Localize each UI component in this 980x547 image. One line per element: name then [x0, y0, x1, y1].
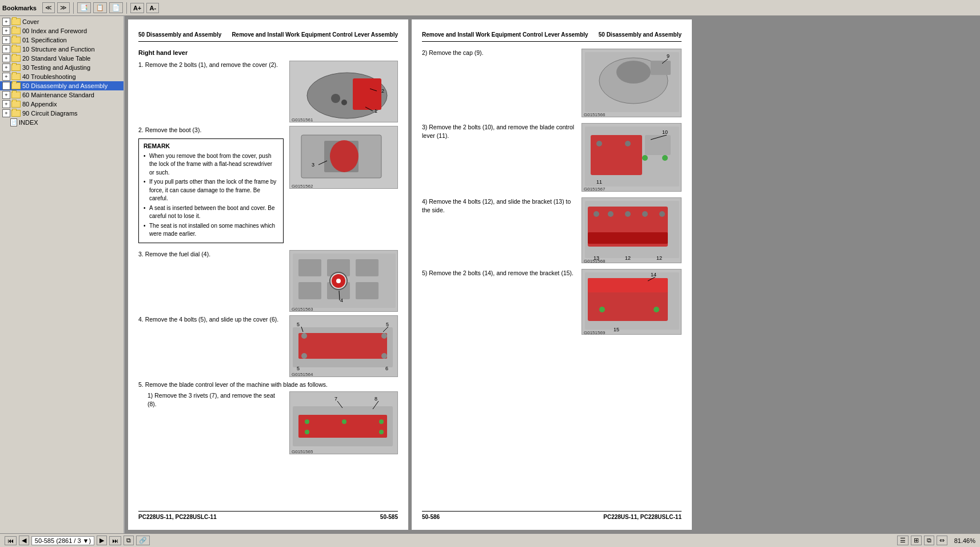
folder-icon-50 — [11, 82, 21, 89]
nav-last-btn[interactable]: ⏭ — [109, 536, 121, 545]
step-3-text: Remove the fuel dial (4). — [145, 251, 210, 257]
main-area: + Cover + 00 Index and Foreword + 01 Spe… — [0, 16, 980, 533]
svg-text:G0151568: G0151568 — [584, 259, 605, 263]
figure-svg-5: 7 8 G0151565 — [290, 392, 398, 454]
svg-point-97 — [599, 307, 605, 312]
svg-rect-62 — [651, 61, 671, 75]
left-header-right: Remove and Install Work Equipment Contro… — [232, 31, 398, 39]
bookmark-move-btn[interactable]: 📄 — [109, 2, 123, 13]
figure-g0151561: 2 1 G0151561 — [289, 61, 398, 122]
step-1: 1. Remove the 2 bolts (1), and remove th… — [138, 61, 398, 122]
right-page-footer: 50-586 PC228US-11, PC228USLC-11 — [422, 511, 682, 522]
share-btn[interactable]: 🔗 — [136, 536, 150, 545]
svg-point-61 — [616, 61, 651, 84]
nav-first-btn[interactable]: ⏮ — [5, 536, 17, 545]
nav-collapse-btn[interactable]: ≫ — [57, 2, 70, 13]
font-increase-btn[interactable]: A+ — [130, 3, 144, 13]
expander-01[interactable]: + — [2, 36, 10, 44]
expander-10[interactable]: + — [2, 45, 10, 53]
figure-svg-8: 13 12 12 G0151568 — [582, 198, 682, 263]
sidebar-label-01: 01 Specification — [22, 37, 67, 43]
expander-cover[interactable]: + — [2, 18, 10, 26]
svg-rect-69 — [645, 135, 671, 155]
svg-rect-19 — [298, 259, 321, 276]
right-footer-right: PC228US-11, PC228USLC-11 — [603, 513, 682, 522]
sidebar-item-60[interactable]: + 60 Maintenance Standard — [0, 90, 124, 100]
svg-point-27 — [336, 279, 341, 283]
expander-40[interactable]: + — [2, 73, 10, 81]
bookmark-remove-btn[interactable]: 📋 — [93, 2, 107, 13]
left-page: 50 Disassembly and Assembly Remove and I… — [128, 19, 408, 530]
page-display-input[interactable] — [31, 536, 94, 545]
bookmark-add-btn[interactable]: 📑 — [77, 2, 91, 13]
sidebar-tree: + Cover + 00 Index and Foreword + 01 Spe… — [0, 16, 124, 533]
right-step-4: 4) Remove the 4 bolts (12), and slide th… — [422, 197, 682, 263]
step-4-num: 4. — [138, 316, 144, 323]
svg-text:G0151569: G0151569 — [584, 330, 605, 335]
folder-icon-01 — [11, 37, 21, 43]
svg-text:9: 9 — [667, 53, 670, 59]
expander-90[interactable]: + — [2, 109, 10, 117]
left-page-footer: PC228US-11, PC228USLC-11 50-585 — [138, 511, 398, 522]
sidebar-item-10[interactable]: + 10 Structure and Function — [0, 45, 124, 54]
nav-prev-btn[interactable]: ◀ — [19, 536, 29, 545]
sidebar-item-50[interactable]: − 50 Disassembly and Assembly — [0, 81, 124, 90]
folder-icon-00 — [11, 27, 21, 34]
sidebar-item-cover[interactable]: + Cover — [0, 17, 124, 26]
svg-point-51 — [305, 430, 309, 434]
copy-page-btn[interactable]: ⧉ — [124, 536, 134, 545]
sidebar-label-30: 30 Testing and Adjusting — [22, 64, 90, 71]
svg-point-83 — [625, 211, 631, 217]
sidebar-item-40[interactable]: + 40 Troubleshooting — [0, 72, 124, 81]
view-split-btn[interactable]: ⧉ — [924, 536, 934, 545]
view-fit-btn[interactable]: ⇔ — [937, 536, 947, 545]
sidebar-label-50: 50 Disassembly and Assembly — [22, 82, 107, 89]
figure-svg-6: 9 G0151566 — [582, 49, 682, 117]
sidebar-item-index[interactable]: 📄 INDEX — [0, 118, 124, 127]
expander-30[interactable]: + — [2, 64, 10, 72]
expander-60[interactable]: + — [2, 91, 10, 99]
sidebar-label-index: INDEX — [19, 119, 38, 126]
step-5-num: 5. — [138, 381, 144, 388]
expander-20[interactable]: + — [2, 54, 10, 62]
step-2-text: Remove the boot (3). — [145, 126, 202, 133]
svg-point-3 — [331, 94, 340, 103]
figure-svg-1: 2 1 G0151561 — [290, 61, 398, 122]
svg-point-50 — [379, 419, 384, 424]
nav-next-btn[interactable]: ▶ — [97, 536, 107, 545]
zoom-display: 81.46% — [954, 537, 975, 544]
svg-text:14: 14 — [651, 272, 656, 278]
view-grid-btn[interactable]: ⊞ — [911, 536, 922, 545]
expander-00[interactable]: + — [2, 27, 10, 35]
remark-title: REMARK — [144, 142, 278, 150]
right-page-header: Remove and Install Work Equipment Contro… — [422, 31, 682, 42]
svg-text:1: 1 — [375, 108, 377, 114]
view-list-btn[interactable]: ☰ — [897, 536, 909, 545]
step-4: 4. Remove the 4 bolts (5), and slide up … — [138, 315, 398, 377]
right-step-2-num: 2) — [422, 49, 427, 56]
sidebar-item-90[interactable]: + 90 Circuit Diagrams — [0, 109, 124, 118]
sidebar-item-30[interactable]: + 30 Testing and Adjusting — [0, 63, 124, 72]
sidebar-item-01[interactable]: + 01 Specification — [0, 35, 124, 45]
svg-point-75 — [642, 155, 648, 161]
svg-point-81 — [593, 211, 599, 217]
step-3: 3. Remove the fuel dial (4). — [138, 250, 398, 312]
content-area[interactable]: 50 Disassembly and Assembly Remove and I… — [125, 16, 980, 533]
sidebar-item-00[interactable]: + 00 Index and Foreword — [0, 26, 124, 35]
right-header-right: 50 Disassembly and Assembly — [599, 31, 682, 39]
svg-rect-86 — [588, 232, 668, 244]
sidebar-item-20[interactable]: + 20 Standard Value Table — [0, 54, 124, 63]
svg-point-98 — [654, 307, 659, 312]
expander-50[interactable]: − — [2, 82, 10, 90]
expander-80[interactable]: + — [2, 100, 10, 108]
svg-text:10: 10 — [662, 129, 668, 135]
font-decrease-btn[interactable]: A- — [146, 3, 159, 13]
svg-point-70 — [596, 141, 602, 146]
svg-text:12: 12 — [656, 255, 662, 261]
svg-text:G0151561: G0151561 — [292, 117, 313, 122]
right-step-2-text: Remove the cap (9). — [429, 49, 483, 56]
nav-expand-btn[interactable]: ≪ — [42, 2, 55, 13]
sidebar-item-80[interactable]: + 80 Appendix — [0, 100, 124, 109]
svg-text:12: 12 — [625, 255, 631, 261]
svg-text:5: 5 — [297, 322, 300, 327]
